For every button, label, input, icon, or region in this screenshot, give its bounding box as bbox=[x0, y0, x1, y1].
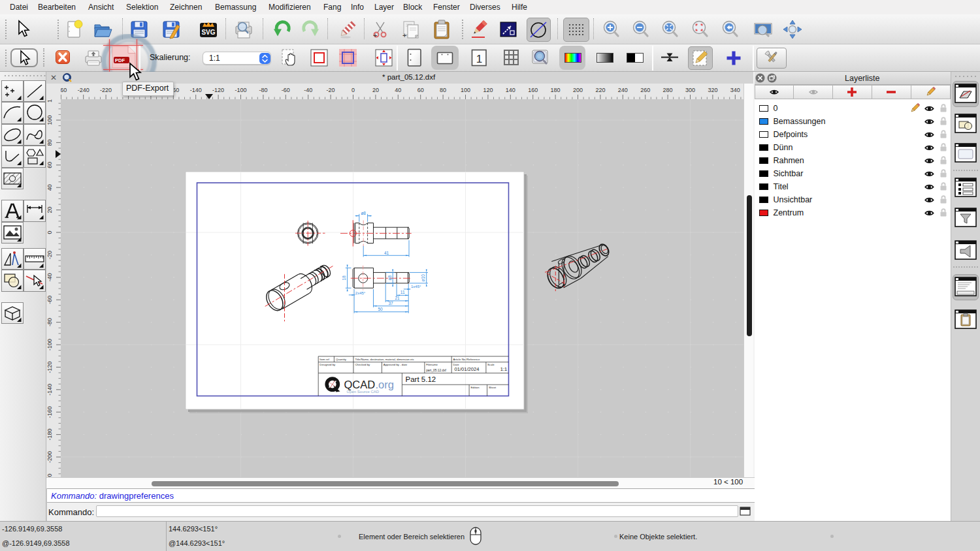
svg-text:-180: -180 bbox=[46, 429, 53, 441]
svg-text:ø8: ø8 bbox=[361, 211, 366, 215]
svg-text:1x45°: 1x45° bbox=[411, 285, 421, 289]
svg-text:Quantity: Quantity bbox=[336, 358, 347, 361]
svg-text:-220: -220 bbox=[100, 87, 112, 93]
svg-text:-40: -40 bbox=[46, 273, 53, 281]
svg-text:-120: -120 bbox=[46, 361, 53, 373]
svg-text:240: 240 bbox=[618, 87, 628, 93]
svg-text:80: 80 bbox=[46, 139, 53, 146]
svg-text:0: 0 bbox=[351, 87, 355, 93]
svg-text:1:1: 1:1 bbox=[500, 366, 508, 372]
svg-text:100: 100 bbox=[461, 87, 470, 93]
svg-text:-80: -80 bbox=[259, 87, 267, 93]
svg-text:50: 50 bbox=[378, 307, 383, 311]
svg-text:-60: -60 bbox=[46, 296, 53, 304]
svg-text:ø10: ø10 bbox=[421, 274, 425, 282]
svg-text:Open Source CAD: Open Source CAD bbox=[347, 390, 380, 394]
svg-text:140: 140 bbox=[506, 87, 515, 93]
svg-text:Article No./Reference: Article No./Reference bbox=[453, 358, 480, 361]
svg-text:41: 41 bbox=[384, 251, 389, 255]
svg-text:Part 5.12: Part 5.12 bbox=[406, 375, 436, 383]
svg-text:-100: -100 bbox=[235, 87, 246, 93]
svg-text:40: 40 bbox=[46, 184, 53, 191]
svg-text:200: 200 bbox=[573, 87, 583, 93]
svg-text:Title/Name, destination, mater: Title/Name, destination, material, dimen… bbox=[355, 358, 415, 361]
svg-text:280: 280 bbox=[663, 87, 673, 93]
svg-text:-140: -140 bbox=[190, 87, 202, 93]
svg-text:320: 320 bbox=[708, 87, 717, 93]
svg-text:18: 18 bbox=[342, 276, 346, 281]
svg-text:220: 220 bbox=[595, 87, 605, 93]
svg-text:20: 20 bbox=[372, 87, 379, 93]
svg-text:120: 120 bbox=[46, 99, 53, 102]
svg-text:Sheet: Sheet bbox=[489, 386, 497, 389]
svg-text:QCAD: QCAD bbox=[344, 379, 376, 390]
svg-text:340: 340 bbox=[730, 87, 740, 93]
svg-text:80: 80 bbox=[440, 87, 446, 93]
svg-text:120: 120 bbox=[483, 87, 493, 93]
svg-text:20: 20 bbox=[46, 207, 53, 213]
svg-text:Item ref: Item ref bbox=[319, 358, 329, 361]
svg-text:-240: -240 bbox=[78, 87, 90, 93]
svg-text:100: 100 bbox=[46, 115, 53, 125]
svg-text:+: + bbox=[402, 31, 406, 39]
svg-text:ø8: ø8 bbox=[387, 275, 392, 280]
svg-text:Edition: Edition bbox=[471, 386, 480, 389]
svg-text:Approved by - date: Approved by - date bbox=[384, 363, 408, 366]
svg-text:01/01/2024: 01/01/2024 bbox=[455, 366, 480, 372]
svg-text:-40: -40 bbox=[304, 87, 312, 93]
svg-text:260: 260 bbox=[640, 87, 650, 93]
svg-text:Designed by: Designed by bbox=[319, 363, 336, 366]
svg-text:160: 160 bbox=[528, 87, 538, 93]
svg-text:-20: -20 bbox=[46, 251, 53, 259]
svg-text:+: + bbox=[373, 31, 377, 39]
svg-text:-200: -200 bbox=[46, 451, 53, 463]
svg-text:1: 1 bbox=[476, 53, 482, 65]
svg-text:SVG: SVG bbox=[201, 29, 215, 36]
svg-text:21: 21 bbox=[395, 296, 400, 300]
svg-text:300: 300 bbox=[685, 87, 695, 93]
svg-text:-100: -100 bbox=[46, 339, 53, 351]
svg-text:Filename: Filename bbox=[426, 363, 438, 366]
svg-text:180: 180 bbox=[551, 87, 561, 93]
svg-text:60: 60 bbox=[417, 87, 424, 93]
svg-text:-260: -260 bbox=[61, 87, 67, 93]
svg-text:.org: .org bbox=[376, 379, 394, 390]
svg-text:-60: -60 bbox=[282, 87, 290, 93]
svg-text:-120: -120 bbox=[212, 87, 224, 93]
svg-text:2x45°: 2x45° bbox=[355, 291, 366, 295]
svg-text:Checked by: Checked by bbox=[355, 363, 371, 366]
svg-text:part_05.12.dxf: part_05.12.dxf bbox=[426, 369, 446, 372]
svg-text:40: 40 bbox=[395, 87, 401, 93]
svg-text:37: 37 bbox=[388, 301, 393, 306]
svg-text:-20: -20 bbox=[327, 87, 335, 93]
svg-text:Scale: Scale bbox=[487, 363, 495, 366]
svg-text:-160: -160 bbox=[46, 406, 53, 418]
svg-text:-80: -80 bbox=[46, 318, 53, 326]
svg-text:-140: -140 bbox=[46, 384, 53, 396]
svg-text:0: 0 bbox=[46, 230, 53, 234]
svg-text:60: 60 bbox=[46, 162, 53, 168]
svg-text:11: 11 bbox=[400, 290, 405, 294]
